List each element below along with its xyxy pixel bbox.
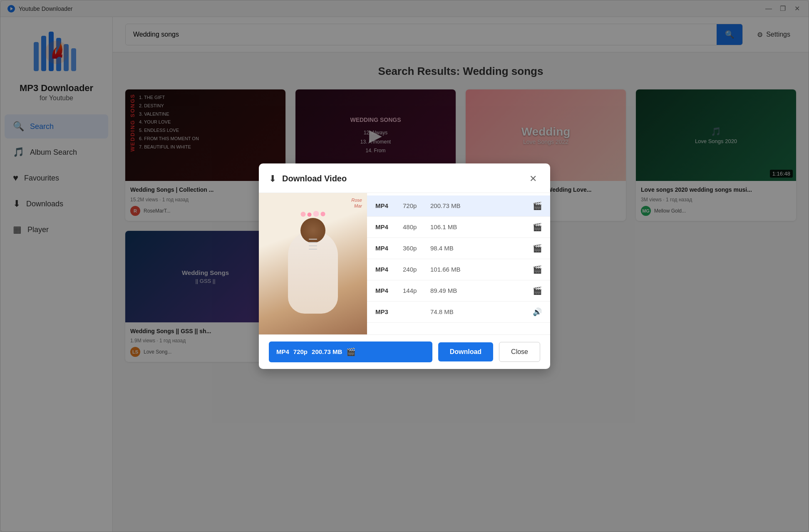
modal-header: ⬇ Download Video ✕: [259, 163, 550, 193]
format-row-mp4-240[interactable]: MP4 240p 101.66 MB 🎬: [367, 259, 550, 280]
modal-footer: MP4 720p 200.73 MB 🎬 Download Close: [259, 334, 550, 369]
format-label-mp4-360: MP4: [375, 245, 396, 252]
format-label-mp4-480: MP4: [375, 223, 396, 230]
modal-download-icon: ⬇: [269, 173, 276, 184]
download-button[interactable]: Download: [438, 342, 493, 361]
video-icon-144: 🎬: [533, 286, 542, 295]
format-label-mp4-720: MP4: [375, 202, 396, 209]
selected-quality-label: 720p: [293, 348, 308, 355]
video-icon-240: 🎬: [533, 265, 542, 274]
selected-format-label: MP4: [276, 348, 289, 355]
quality-label-360p: 360p: [403, 245, 424, 252]
selected-media-icon: 🎬: [346, 347, 355, 356]
format-row-mp4-360[interactable]: MP4 360p 98.4 MB 🎬: [367, 238, 550, 259]
quality-label-240p: 240p: [403, 266, 424, 273]
format-options-list: MP4 720p 200.73 MB 🎬 MP4 480p 106.1 MB 🎬…: [367, 193, 550, 334]
close-modal-button[interactable]: Close: [499, 342, 540, 362]
selected-format-info: MP4 720p 200.73 MB 🎬: [269, 341, 432, 362]
video-icon-360: 🎬: [533, 244, 542, 253]
app-window: Youtube Downloader — ❐ ✕: [0, 0, 809, 532]
size-label-480: 106.1 MB: [430, 223, 526, 230]
modal-overlay[interactable]: ⬇ Download Video ✕: [0, 0, 809, 532]
quality-label-144p: 144p: [403, 287, 424, 294]
quality-label-480p: 480p: [403, 223, 424, 230]
format-label-mp4-144: MP4: [375, 287, 396, 294]
format-row-mp4-720[interactable]: MP4 720p 200.73 MB 🎬: [367, 195, 550, 217]
video-icon-720: 🎬: [533, 201, 542, 210]
format-label-mp4-240: MP4: [375, 266, 396, 273]
quality-label-720p: 720p: [403, 202, 424, 209]
selected-size-label: 200.73 MB: [312, 348, 342, 355]
modal-close-button[interactable]: ✕: [526, 172, 540, 186]
size-label-360: 98.4 MB: [430, 245, 526, 252]
size-label-240: 101.66 MB: [430, 266, 526, 273]
size-label-mp3: 74.8 MB: [430, 308, 526, 315]
modal-title: Download Video: [282, 174, 520, 183]
audio-icon-mp3: 🔊: [533, 307, 542, 317]
modal-body: RoseMar MP4 720p 200.73 MB 🎬 MP4 480p 10…: [259, 193, 550, 334]
modal-thumbnail: RoseMar: [259, 193, 367, 334]
format-row-mp3[interactable]: MP3 74.8 MB 🔊: [367, 302, 550, 323]
format-row-mp4-480[interactable]: MP4 480p 106.1 MB 🎬: [367, 217, 550, 238]
format-row-mp4-144[interactable]: MP4 144p 89.49 MB 🎬: [367, 280, 550, 302]
format-label-mp3: MP3: [375, 308, 396, 315]
download-modal: ⬇ Download Video ✕: [259, 163, 550, 369]
size-label-720: 200.73 MB: [430, 202, 526, 209]
video-icon-480: 🎬: [533, 223, 542, 232]
size-label-144: 89.49 MB: [430, 287, 526, 294]
